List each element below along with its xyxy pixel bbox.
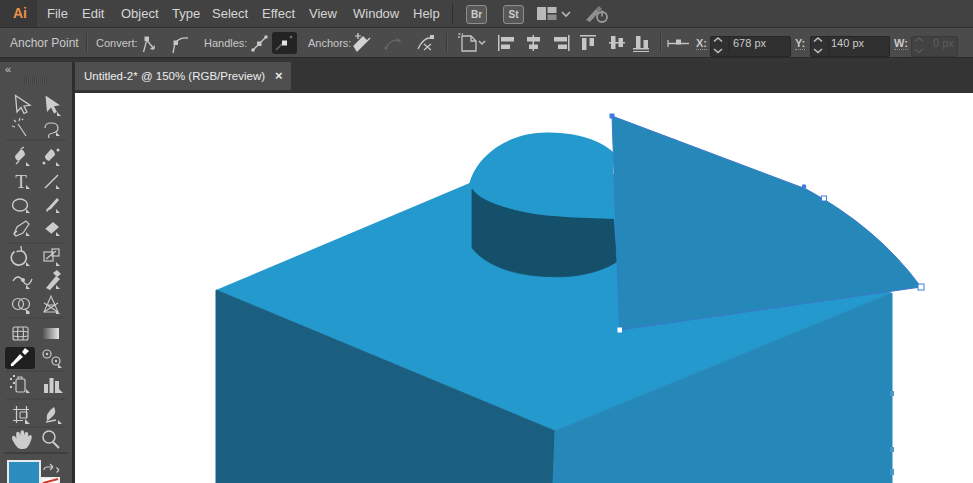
svg-text:T: T: [15, 171, 27, 192]
